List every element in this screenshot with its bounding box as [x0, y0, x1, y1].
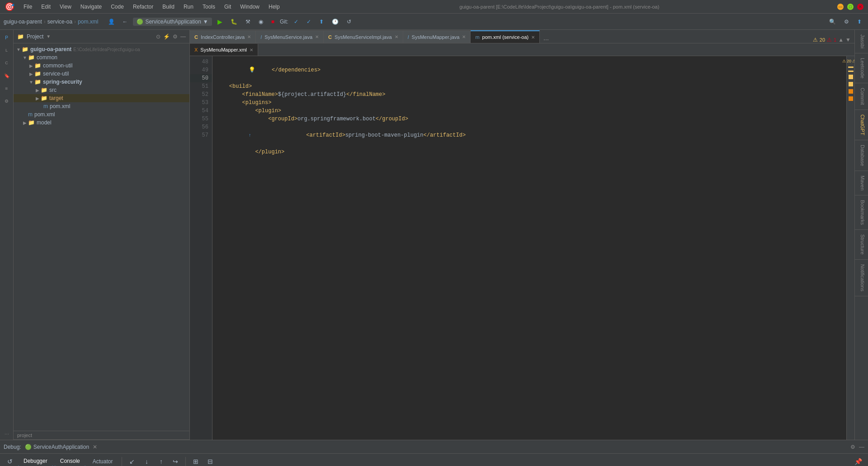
run-config-selector[interactable]: 🟢 ServiceAuthApplication ▼ [133, 18, 212, 26]
maximize-button[interactable]: □ [847, 4, 854, 10]
right-tab-chatgpt[interactable]: ChatGPT [855, 110, 868, 140]
tree-target[interactable]: ▶ 📁 target [14, 94, 189, 102]
menu-help[interactable]: Help [267, 3, 282, 11]
breadcrumb-file[interactable]: pom.xml [78, 19, 98, 25]
right-tab-leetcode[interactable]: Leetcode [855, 53, 868, 83]
run-to-cursor-button[interactable]: ↪ [169, 455, 182, 466]
close-button[interactable]: ✕ [857, 4, 863, 10]
dropdown-arrow[interactable]: ▼ [46, 34, 51, 39]
nav-up-icon[interactable]: ▲ [838, 37, 844, 43]
sidebar-icon-settings[interactable]: ⚙ [1, 95, 13, 107]
menu-build[interactable]: Build [160, 3, 176, 11]
menu-bar: File Edit View Navigate Code Refactor Bu… [22, 3, 282, 11]
debug-settings-icon[interactable]: ⚙ [850, 444, 855, 450]
tree-pom-root[interactable]: ▶ m pom.xml [14, 110, 189, 119]
step-out-button[interactable]: ↑ [155, 455, 167, 466]
debug-run-button[interactable]: 🐛 [228, 17, 240, 26]
tab-close[interactable]: ✕ [395, 34, 398, 39]
sidebar-icon-project[interactable]: P [1, 32, 13, 43]
tab-sys-menu-service-impl[interactable]: C SysMenuServiceImpl.java ✕ [324, 30, 403, 43]
tab-close[interactable]: ✕ [531, 35, 535, 40]
menu-edit[interactable]: Edit [39, 3, 52, 11]
debug-close-button[interactable]: ✕ [93, 444, 97, 450]
git-revert-button[interactable]: ↺ [344, 17, 354, 26]
mute-breakpoints-button[interactable]: ⊟ [204, 455, 217, 466]
avatar-button[interactable]: 👤 [105, 17, 118, 26]
settings-icon[interactable]: ⚙ [173, 33, 178, 40]
right-tab-commit[interactable]: Commit [855, 83, 868, 110]
tab-sys-menu-mapper[interactable]: I SysMenuMapper.java ✕ [403, 30, 471, 43]
tab-close[interactable]: ✕ [315, 34, 319, 39]
tab-overflow-menu[interactable]: ⋯ [540, 37, 552, 43]
right-tab-jassbi[interactable]: Jassbi [855, 30, 868, 53]
breadcrumb-service[interactable]: service-oa [47, 19, 72, 25]
nav-down-icon[interactable]: ▼ [845, 37, 851, 43]
tree-common[interactable]: ▼ 📁 common [14, 53, 189, 62]
tab-sys-menu-service[interactable]: I SysMenuService.java ✕ [256, 30, 324, 43]
git-branch-button[interactable]: ⬆ [316, 17, 326, 26]
profile-button[interactable]: ◉ [256, 17, 266, 26]
git-history-button[interactable]: 🕐 [329, 17, 341, 26]
right-tab-bookmarks[interactable]: Bookmarks [855, 195, 868, 230]
menu-window[interactable]: Window [238, 3, 261, 11]
minimize-button[interactable]: — [837, 4, 844, 10]
tree-spring-security[interactable]: ▼ 📁 spring-security [14, 78, 189, 86]
tab-close[interactable]: ✕ [462, 34, 466, 39]
warning-icon: ⚠ [813, 37, 818, 43]
debug-tab-console[interactable]: Console [55, 456, 85, 466]
tree-model[interactable]: ▶ 📁 model [14, 119, 189, 127]
menu-git[interactable]: Git [222, 3, 233, 11]
stop-button[interactable]: ■ [269, 17, 277, 26]
tree-pom-inner[interactable]: ▶ m pom.xml [14, 102, 189, 110]
debug-minimize-button[interactable]: — [859, 444, 864, 450]
update-button[interactable]: ⬆ [854, 17, 864, 26]
tree-root[interactable]: ▼ 📁 guigu-oa-parent E:\CodeLife\IdeaProj… [14, 45, 189, 53]
sidebar-icon-expand[interactable]: ⋯ [1, 428, 13, 440]
breadcrumb-root[interactable]: guigu-oa-parent [4, 19, 42, 25]
build-button[interactable]: ⚒ [243, 17, 253, 26]
close-panel-icon[interactable]: — [180, 33, 186, 40]
debug-tab-actuator[interactable]: Actuator [87, 456, 118, 466]
search-button[interactable]: 🔍 [826, 17, 839, 26]
code-line-51: <build> [216, 82, 843, 90]
tree-src[interactable]: ▶ 📁 src [14, 86, 189, 94]
code-editor[interactable]: 💡 </dependencies> <build> <finalName>${p… [212, 56, 846, 440]
right-tab-maven[interactable]: Maven [855, 171, 868, 195]
sidebar-icon-commit[interactable]: C [1, 57, 13, 69]
menu-code[interactable]: Code [109, 3, 126, 11]
step-over-button[interactable]: ↙ [126, 455, 138, 466]
tab-close[interactable]: ✕ [247, 34, 251, 39]
second-tab-close[interactable]: ✕ [250, 48, 253, 52]
step-into-button[interactable]: ↓ [140, 455, 153, 466]
sidebar-icon-bookmarks[interactable]: 🔖 [1, 70, 13, 81]
right-tab-structure[interactable]: Structure [855, 230, 868, 260]
menu-tools[interactable]: Tools [201, 3, 217, 11]
right-tab-notifications[interactable]: Notifications [855, 260, 868, 296]
back-button[interactable]: ← [119, 17, 130, 26]
menu-refactor[interactable]: Refactor [131, 3, 155, 11]
tab-pom-xml[interactable]: m pom.xml (service-oa) ✕ [471, 30, 540, 43]
menu-run[interactable]: Run [182, 3, 195, 11]
sidebar-icon-structure[interactable]: ≡ [1, 82, 13, 94]
menu-view[interactable]: View [58, 3, 73, 11]
debug-tab-debugger[interactable]: Debugger [18, 456, 53, 466]
run-button[interactable]: ▶ [215, 17, 225, 27]
menu-file[interactable]: File [22, 3, 34, 11]
git-push-button[interactable]: ✓ [304, 17, 314, 26]
view-breakpoints-button[interactable]: ⊞ [189, 455, 202, 466]
settings-button[interactable]: ⚙ [841, 17, 852, 26]
second-tab-sysmenu-mapper-xml[interactable]: X SysMenuMapper.xml ✕ [190, 44, 258, 56]
line-num-51: 51 [190, 82, 212, 90]
menu-navigate[interactable]: Navigate [79, 3, 104, 11]
tree-service-util[interactable]: ▶ 📁 service-util [14, 70, 189, 78]
debug-restart-button[interactable]: ↺ [4, 455, 16, 466]
git-update-button[interactable]: ✓ [291, 17, 301, 26]
window-controls: — □ ✕ [837, 4, 863, 10]
filter-icon[interactable]: ⚡ [163, 33, 170, 40]
tree-common-util[interactable]: ▶ 📁 common-util [14, 62, 189, 70]
tab-index-controller[interactable]: C IndexController.java ✕ [190, 30, 256, 43]
scope-icon[interactable]: ⊙ [156, 33, 160, 40]
sidebar-icon-leetcode[interactable]: L [1, 44, 13, 56]
debug-pin-button[interactable]: 📌 [852, 455, 864, 466]
right-tab-database[interactable]: Database [855, 140, 868, 171]
